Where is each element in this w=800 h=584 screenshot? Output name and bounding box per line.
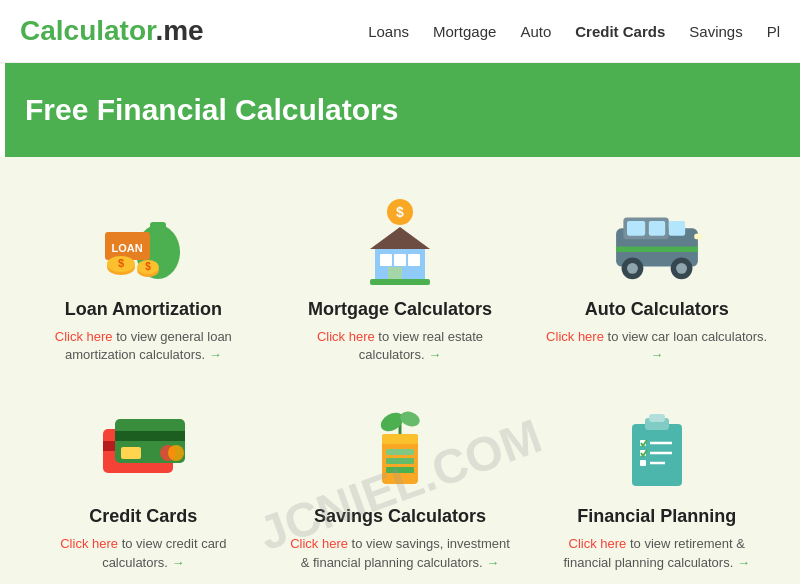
- auto-icon: [607, 197, 707, 287]
- svg-rect-15: [394, 254, 406, 266]
- credit-cards-click-link[interactable]: Click here: [60, 536, 118, 551]
- savings-arrow: →: [486, 555, 499, 570]
- credit-cards-title: Credit Cards: [89, 506, 197, 527]
- savings-click-link[interactable]: Click here: [290, 536, 348, 551]
- svg-rect-38: [382, 434, 418, 444]
- calc-card-credit-cards: Credit Cards Click here to view credit c…: [20, 394, 267, 581]
- hero-banner: Free Financial Calculators: [0, 63, 800, 157]
- calc-card-financial-planning: Financial Planning Click here to view re…: [533, 394, 780, 581]
- mortgage-title: Mortgage Calculators: [308, 299, 492, 320]
- svg-rect-22: [648, 221, 664, 236]
- logo-calculator: Calculator: [20, 15, 155, 46]
- calc-card-savings: Savings Calculators Click here to view s…: [277, 394, 524, 581]
- svg-point-26: [627, 263, 638, 274]
- svg-rect-16: [408, 254, 420, 266]
- nav-credit-cards[interactable]: Credit Cards: [575, 23, 665, 40]
- financial-planning-desc: Click here to view retirement & financia…: [543, 535, 770, 571]
- mortgage-arrow: →: [428, 347, 441, 362]
- loan-title: Loan Amortization: [65, 299, 222, 320]
- savings-title: Savings Calculators: [314, 506, 486, 527]
- nav-auto[interactable]: Auto: [520, 23, 551, 40]
- loan-desc: Click here to view general loan amortiza…: [30, 328, 257, 364]
- svg-text:LOAN: LOAN: [112, 242, 143, 254]
- svg-text:$: $: [146, 261, 152, 272]
- svg-rect-29: [694, 234, 701, 239]
- nav-mortgage[interactable]: Mortgage: [433, 23, 496, 40]
- svg-rect-33: [115, 431, 185, 441]
- svg-rect-41: [386, 467, 414, 473]
- svg-marker-12: [370, 227, 430, 249]
- main-nav: Loans Mortgage Auto Credit Cards Savings…: [368, 23, 780, 40]
- credit-cards-desc: Click here to view credit card calculato…: [30, 535, 257, 571]
- svg-rect-47: [649, 414, 665, 422]
- nav-savings[interactable]: Savings: [689, 23, 742, 40]
- credit-cards-icon: [93, 404, 193, 494]
- financial-planning-arrow: →: [737, 555, 750, 570]
- svg-rect-39: [386, 449, 414, 455]
- svg-point-43: [378, 409, 407, 435]
- svg-rect-24: [616, 247, 698, 252]
- loan-arrow: →: [209, 347, 222, 362]
- hero-title: Free Financial Calculators: [25, 93, 780, 127]
- svg-point-44: [398, 409, 422, 429]
- nav-more[interactable]: Pl: [767, 23, 780, 40]
- calc-card-auto: Auto Calculators Click here to view car …: [533, 187, 780, 374]
- financial-planning-icon: [607, 404, 707, 494]
- site-logo[interactable]: Calculator.me: [20, 15, 204, 47]
- svg-rect-50: [640, 460, 646, 466]
- logo-dot: .me: [155, 15, 203, 46]
- auto-title: Auto Calculators: [585, 299, 729, 320]
- svg-rect-17: [388, 267, 402, 281]
- site-header: Calculator.me Loans Mortgage Auto Credit…: [0, 0, 800, 63]
- loan-click-link[interactable]: Click here: [55, 329, 113, 344]
- savings-desc: Click here to view savings, investment &…: [287, 535, 514, 571]
- loan-icon: LOAN $ $: [93, 197, 193, 287]
- svg-point-36: [168, 445, 184, 461]
- svg-rect-18: [370, 279, 430, 285]
- svg-text:$: $: [396, 204, 404, 220]
- auto-arrow: →: [650, 347, 663, 362]
- svg-rect-40: [386, 458, 414, 464]
- calc-card-loan: LOAN $ $ Loan Amortization Click here to…: [20, 187, 267, 374]
- mortgage-icon: $: [350, 197, 450, 287]
- nav-loans[interactable]: Loans: [368, 23, 409, 40]
- svg-rect-45: [632, 424, 682, 486]
- auto-click-link[interactable]: Click here: [546, 329, 604, 344]
- credit-cards-arrow: →: [172, 555, 185, 570]
- financial-planning-click-link[interactable]: Click here: [569, 536, 627, 551]
- svg-rect-1: [150, 222, 166, 234]
- svg-rect-23: [668, 221, 684, 236]
- svg-rect-34: [121, 447, 141, 459]
- savings-icon: [350, 404, 450, 494]
- svg-text:$: $: [118, 257, 124, 269]
- mortgage-click-link[interactable]: Click here: [317, 329, 375, 344]
- svg-rect-21: [627, 221, 645, 236]
- svg-rect-14: [380, 254, 392, 266]
- financial-planning-title: Financial Planning: [577, 506, 736, 527]
- calculator-grid: LOAN $ $ Loan Amortization Click here to…: [20, 187, 780, 582]
- svg-point-28: [676, 263, 687, 274]
- mortgage-desc: Click here to view real estate calculato…: [287, 328, 514, 364]
- main-content: LOAN $ $ Loan Amortization Click here to…: [0, 157, 800, 584]
- auto-desc: Click here to view car loan calculators.…: [543, 328, 770, 364]
- calc-card-mortgage: $ Mortgage Calculators Click here: [277, 187, 524, 374]
